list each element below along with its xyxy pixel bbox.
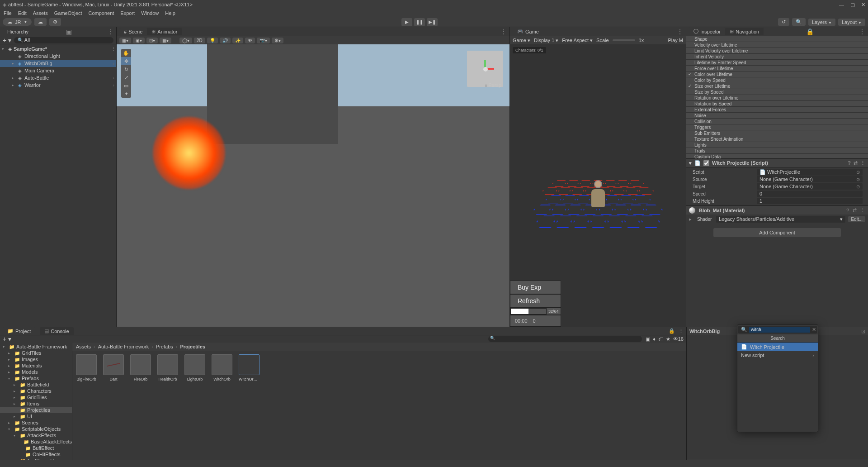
project-folder[interactable]: ▸📁Items: [0, 400, 72, 407]
menu-file[interactable]: File: [4, 10, 12, 16]
asset-item[interactable]: WitchOrb: [212, 354, 232, 381]
aspect-dropdown[interactable]: Free Aspect ▾: [562, 38, 593, 43]
particle-module-row[interactable]: Sub Emitters: [686, 130, 868, 136]
project-folder[interactable]: ▾📁Prefabs: [0, 375, 72, 381]
hierarchy-menu-icon[interactable]: ⋮: [107, 28, 113, 35]
hierarchy-item[interactable]: ◈Main Camera: [0, 67, 116, 74]
display-dropdown[interactable]: Display 1 ▾: [534, 38, 558, 43]
project-folder[interactable]: ▸📁Models: [0, 369, 72, 375]
favorite-icon[interactable]: ♦: [653, 336, 656, 342]
game-menu-icon[interactable]: ⋮: [677, 28, 683, 35]
refresh-button[interactable]: Refresh: [510, 294, 561, 308]
project-folder[interactable]: ▸📁Characters: [0, 388, 72, 394]
particle-module-row[interactable]: Force over Lifetime: [686, 66, 868, 71]
mat-menu-icon[interactable]: ⋮: [860, 207, 865, 213]
particle-module-row[interactable]: Collision: [686, 119, 868, 124]
step-button[interactable]: ▶❚: [427, 18, 438, 26]
audio-toggle[interactable]: 🔊: [220, 38, 231, 43]
scene-root[interactable]: ▾ ◈ SampleGame* ⋮: [0, 45, 116, 52]
hierarchy-item[interactable]: ▸◈WitchOrbBig›: [0, 60, 116, 67]
minimize-icon[interactable]: —: [839, 2, 844, 8]
menu-help[interactable]: Help: [165, 10, 175, 16]
object-picker-icon[interactable]: ⊙: [856, 184, 860, 189]
navigation-tab[interactable]: ⊞ Navigation: [725, 28, 764, 35]
project-tab[interactable]: 📁 Project: [3, 327, 35, 335]
grid-button[interactable]: ▦▾: [160, 38, 171, 43]
property-value[interactable]: 📄 WitchProjectile⊙: [757, 169, 863, 176]
star-icon[interactable]: ★: [666, 336, 670, 342]
hidden-toggle[interactable]: 👁: [245, 38, 255, 43]
hierarchy-item[interactable]: ▸◈Auto-Battle›: [0, 74, 116, 81]
asset-item[interactable]: FireOrb: [130, 354, 151, 381]
2d-toggle[interactable]: 2D: [194, 38, 205, 43]
property-value[interactable]: None (Game Character)⊙: [757, 183, 863, 190]
scene-viewport[interactable]: ✋ ✥ ↻ ⤢ ▭ ✦ ≡ Persp: [117, 44, 509, 327]
particle-module-row[interactable]: Texture Sheet Animation: [686, 136, 868, 142]
camera-button[interactable]: 📷▾: [257, 38, 270, 43]
component-menu-icon[interactable]: ⋮: [860, 160, 865, 166]
object-picker-icon[interactable]: ⊙: [856, 170, 860, 175]
dropdown-item-witch-projectile[interactable]: 📄 Witch Projectile: [737, 343, 818, 351]
hidden-count[interactable]: 👁16: [673, 336, 684, 342]
asset-item[interactable]: Dart: [103, 354, 124, 381]
hierarchy-search[interactable]: 🔍 All: [14, 37, 113, 43]
breadcrumb-item[interactable]: Assets: [76, 344, 91, 349]
dropdown-search-input[interactable]: [749, 327, 810, 333]
project-folder[interactable]: ▸📁GridTiles: [0, 394, 72, 400]
project-folder[interactable]: 📁Projectiles: [0, 407, 72, 413]
component-enabled-checkbox[interactable]: [703, 160, 709, 166]
search-button[interactable]: 🔍: [792, 18, 806, 26]
pause-button[interactable]: ❚❚: [414, 18, 425, 26]
maximize-icon[interactable]: ▢: [850, 2, 855, 8]
particle-module-row[interactable]: Noise: [686, 113, 868, 119]
project-folder[interactable]: ▸📁Images: [0, 356, 72, 362]
mat-help-icon[interactable]: ?: [846, 208, 849, 213]
asset-item[interactable]: HealthOrb: [157, 354, 178, 381]
layout-dropdown[interactable]: Layout ▼: [838, 19, 865, 26]
object-picker-icon[interactable]: ⊙: [856, 177, 860, 182]
project-folder[interactable]: ▸📁GridTiles: [0, 350, 72, 356]
particle-module-row[interactable]: Rotation over Lifetime: [686, 95, 868, 101]
rotate-tool[interactable]: ↻: [121, 65, 131, 73]
inspector-tab[interactable]: ⓘ Inspector: [689, 27, 725, 36]
hierarchy-tab[interactable]: Hierarchy: [3, 28, 33, 35]
project-folder[interactable]: ▾📁ScriptableObjects: [0, 426, 72, 432]
transform-tool[interactable]: ✦: [121, 90, 131, 98]
filter-icon[interactable]: ▣: [646, 336, 650, 342]
clear-search-icon[interactable]: ✕: [812, 327, 816, 333]
breadcrumb-item[interactable]: Auto-Battle Framework: [98, 344, 149, 349]
dropdown-search[interactable]: 🔍 ✕: [738, 326, 817, 334]
breadcrumb-item[interactable]: Prefabs: [156, 344, 173, 349]
edit-shader-button[interactable]: Edit...: [848, 216, 865, 222]
project-search[interactable]: [488, 336, 642, 342]
project-folder[interactable]: ▸📁Scenes: [0, 419, 72, 426]
menu-edit[interactable]: Edit: [18, 10, 27, 16]
cloud-sync-button[interactable]: ☁: [34, 18, 47, 26]
project-folder[interactable]: ▾📁Auto-Battle Framework: [0, 343, 72, 350]
scale-slider[interactable]: [613, 39, 635, 41]
shader-dropdown[interactable]: Legacy Shaders/Particles/Additive▾: [716, 216, 845, 223]
particle-module-row[interactable]: Inherit Velocity: [686, 54, 868, 60]
inspector-menu-icon[interactable]: ⋮: [859, 28, 865, 35]
preset-icon[interactable]: ⇄: [854, 160, 858, 166]
particle-module-row[interactable]: Size over Lifetime: [686, 83, 868, 89]
project-folder[interactable]: ▸📁Materials: [0, 362, 72, 369]
property-value[interactable]: None (Game Character)⊙: [757, 176, 863, 182]
project-folder[interactable]: 📁BuffEffect: [0, 445, 72, 451]
game-tab[interactable]: 🎮 Game: [513, 28, 543, 35]
particle-module-row[interactable]: Color by Speed: [686, 77, 868, 83]
add-component-button[interactable]: Add Component: [713, 228, 841, 237]
fx-toggle[interactable]: ✨: [232, 38, 243, 43]
inspector-lock-icon[interactable]: 🔒: [806, 28, 814, 35]
project-folder[interactable]: 📁OnHitEffects: [0, 451, 72, 457]
hierarchy-item[interactable]: ▸◈Warrior›: [0, 81, 116, 89]
account-button[interactable]: ☁ JR ▼: [3, 18, 32, 26]
settings-button[interactable]: ⚙: [49, 18, 61, 26]
light-toggle[interactable]: 💡: [207, 38, 218, 43]
property-value[interactable]: 1: [757, 198, 863, 204]
menu-window[interactable]: Window: [141, 10, 159, 16]
particle-module-row[interactable]: Shape: [686, 36, 868, 42]
game-mode-dropdown[interactable]: Game ▾: [513, 38, 530, 43]
menu-export[interactable]: Export: [120, 10, 135, 16]
help-icon[interactable]: ?: [848, 160, 851, 166]
